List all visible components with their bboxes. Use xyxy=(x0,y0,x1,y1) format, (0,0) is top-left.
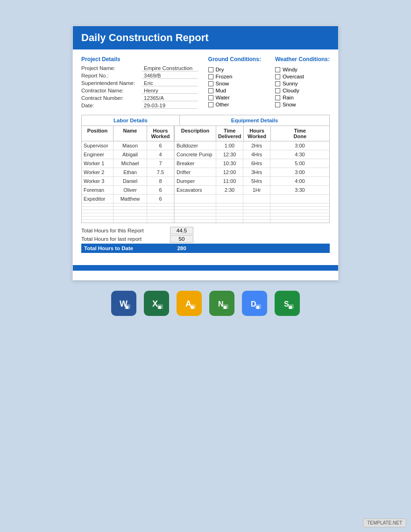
label-cloudy: Cloudy xyxy=(283,88,299,93)
numbers-svg: N ▦ xyxy=(214,296,229,311)
cell-position xyxy=(82,213,113,216)
cell-equip-hours xyxy=(243,207,270,210)
cell-time-del: 12:00 xyxy=(216,168,243,176)
label-sunny: Sunny xyxy=(283,81,298,86)
field-row-superintendent: Superintendent Name: Eric xyxy=(81,80,204,86)
checkbox-frozen[interactable] xyxy=(208,74,213,79)
cell-time-done: 5:00 xyxy=(270,159,329,168)
table-row: Worker 2 Ethan 7.5 Drifter 12:00 3Hrs 3:… xyxy=(82,168,329,177)
checkbox-snow-weather[interactable] xyxy=(275,102,280,107)
pages-icon[interactable]: A ▦ xyxy=(177,291,202,316)
cell-hours xyxy=(147,207,174,210)
cell-time-del: 2:30 xyxy=(216,186,243,194)
total-row-3: Total Hours to Date 280 xyxy=(81,244,330,253)
col-header-position: Position xyxy=(82,126,113,141)
cell-desc: Excavators xyxy=(174,186,216,194)
label-snow-weather: Snow xyxy=(283,102,296,107)
col-header-time-delivered: TimeDelivered xyxy=(216,126,244,141)
value-superintendent: Eric xyxy=(142,80,198,86)
cell-position: Worker 1 xyxy=(82,159,113,168)
cell-time-del xyxy=(216,203,243,206)
condition-overcast: Overcast xyxy=(275,74,330,79)
gdocs-icon[interactable]: D ▦ xyxy=(242,291,267,316)
checkbox-sunny[interactable] xyxy=(275,81,280,86)
cell-hours: 7 xyxy=(147,159,174,168)
gdocs-svg: D ▦ xyxy=(247,296,262,311)
svg-text:▦: ▦ xyxy=(289,305,292,309)
value-contract-num: 12365/A xyxy=(142,95,198,101)
value-project-name: Empire Construction xyxy=(142,65,198,71)
svg-text:D: D xyxy=(251,300,256,308)
col-header-time-done: TimeDone xyxy=(271,126,329,141)
checkbox-cloudy[interactable] xyxy=(275,88,280,93)
gsheets-icon[interactable]: S ▦ xyxy=(275,291,300,316)
cell-position xyxy=(82,217,113,219)
condition-windy: Windy xyxy=(275,67,330,72)
cell-hours xyxy=(147,210,174,213)
field-row-date: Date: 29-03-19 xyxy=(81,103,204,109)
cell-time-done: 4:30 xyxy=(270,150,329,159)
value-contractor: Henry xyxy=(142,88,198,94)
cell-time-del xyxy=(216,213,243,216)
condition-mud: Mud xyxy=(208,88,261,93)
condition-cloudy: Cloudy xyxy=(275,88,330,93)
table-row: Expeditor Matthew 6 xyxy=(82,195,329,203)
label-other: Other xyxy=(216,102,229,107)
cell-position: Worker 3 xyxy=(82,177,113,185)
table-row: Worker 1 Michael 7 Breaker 10:30 6Hrs 5:… xyxy=(82,159,329,168)
cell-name xyxy=(113,217,147,219)
checkbox-snow-ground[interactable] xyxy=(208,81,213,86)
label-contractor: Contractor Name: xyxy=(81,88,142,94)
cell-hours: 4 xyxy=(147,150,174,159)
checkbox-water[interactable] xyxy=(208,95,213,100)
svg-text:X: X xyxy=(152,299,158,308)
field-row-contractor: Contractor Name: Henry xyxy=(81,88,204,94)
checkbox-mud[interactable] xyxy=(208,88,213,93)
col-header-description: Description xyxy=(174,126,216,141)
cell-desc: Concrete Pump xyxy=(174,150,216,159)
svg-text:▦: ▦ xyxy=(125,305,129,309)
label-rain: Rain xyxy=(283,95,294,100)
condition-other: Other xyxy=(208,102,261,107)
checkbox-rain[interactable] xyxy=(275,95,280,100)
pages-svg: A ▦ xyxy=(182,296,197,311)
label-project-name: Project Name: xyxy=(81,65,142,71)
cell-hours xyxy=(147,203,174,206)
document: Daily Construction Report Project Detail… xyxy=(72,26,339,280)
numbers-icon[interactable]: N ▦ xyxy=(209,291,234,316)
cell-time-done: 3:00 xyxy=(270,168,329,176)
cell-time-done xyxy=(270,207,329,210)
table-row: Supervisor Mason 6 Bulldozer 1:00 2Hrs 3… xyxy=(82,141,329,150)
total-label-2: Total Hours for last report xyxy=(81,236,170,242)
labor-equipment-table: Labor Details Equipment Details Position… xyxy=(81,115,330,223)
cell-desc xyxy=(174,203,216,206)
field-row-project-name: Project Name: Empire Construction xyxy=(81,65,204,71)
checkbox-overcast[interactable] xyxy=(275,74,280,79)
excel-icon[interactable]: X ▦ xyxy=(144,291,169,316)
field-row-contract-num: Contract Number: 12365/A xyxy=(81,95,204,101)
cell-position: Expeditor xyxy=(82,195,113,203)
cell-name: Michael xyxy=(113,159,147,168)
checkbox-other[interactable] xyxy=(208,102,213,107)
equipment-section-header: Equipment Details xyxy=(180,115,329,126)
table-section-headers: Labor Details Equipment Details xyxy=(82,115,329,126)
checkbox-dry[interactable] xyxy=(208,67,213,72)
excel-svg: X ▦ xyxy=(149,296,164,311)
doc-body: Project Details Project Name: Empire Con… xyxy=(73,49,338,259)
condition-snow-weather: Snow xyxy=(275,102,330,107)
cell-equip-hours: 3Hrs xyxy=(243,168,270,176)
cell-time-done xyxy=(270,203,329,206)
cell-desc xyxy=(174,213,216,216)
cell-equip-hours: 6Hrs xyxy=(243,159,270,168)
word-icon[interactable]: W ▦ xyxy=(111,291,136,316)
cell-equip-hours xyxy=(243,203,270,206)
total-value-2: 50 xyxy=(170,235,193,243)
total-row-1: Total Hours for this Report 44.5 xyxy=(81,227,330,234)
label-date: Date: xyxy=(81,103,142,109)
svg-text:▦: ▦ xyxy=(256,305,260,309)
table-row: Foreman Oliver 6 Excavators 2:30 1Hr 3:3… xyxy=(82,186,329,195)
cell-position xyxy=(82,203,113,206)
cell-time-done xyxy=(270,213,329,216)
template-badge: TEMPLATE.NET xyxy=(363,518,406,527)
checkbox-windy[interactable] xyxy=(275,67,280,72)
